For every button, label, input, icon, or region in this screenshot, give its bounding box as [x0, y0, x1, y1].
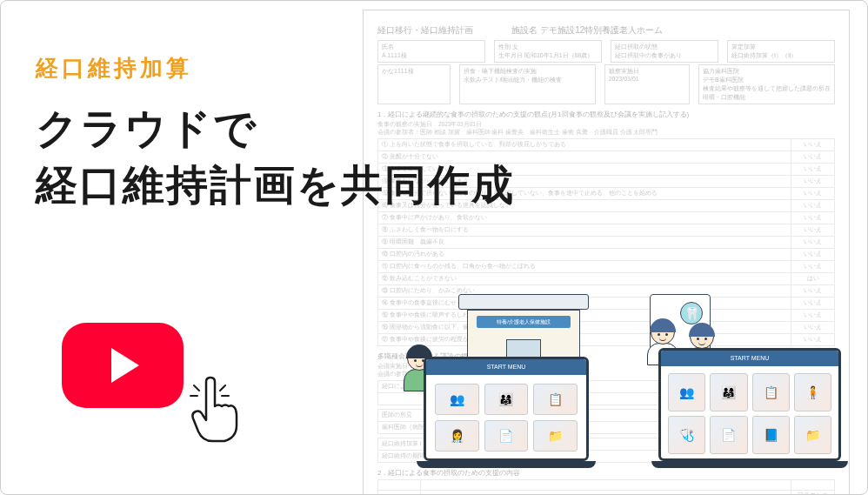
app-tile: 👨‍👩‍👧 — [484, 384, 529, 415]
app-tile: 👥 — [435, 384, 479, 415]
subtitle: 経口維持加算 — [36, 53, 832, 84]
app-tile: 👥 — [668, 373, 705, 411]
play-section — [62, 323, 184, 408]
banner-container: 経口移行・経口維持計画 施設名 デモ施設12特別養護老人ホーム 氏名A 1111… — [1, 1, 867, 494]
illustration-layer: 特養/介護老人保健施設 🦷 START MENU — [371, 294, 841, 468]
svg-line-2 — [220, 385, 225, 391]
app-tile: 📁 — [533, 420, 578, 452]
play-icon — [111, 348, 139, 383]
app-tile: 🩺 — [668, 416, 705, 454]
app-tile: 📄 — [484, 420, 529, 452]
youtube-play-button[interactable] — [62, 323, 184, 408]
pointer-hand-icon — [184, 375, 244, 445]
building-sign: 特養/介護老人保健施設 — [477, 316, 571, 328]
laptop-toolbar: START MENU — [426, 359, 586, 375]
title-line-1: クラウドで — [36, 101, 832, 157]
laptop-toolbar: START MENU — [661, 351, 838, 366]
doc-title: 経口移行・経口維持計画 — [377, 25, 473, 35]
app-tile: 📋 — [533, 384, 578, 415]
app-tile: 📋 — [752, 373, 790, 411]
app-tile: 👨‍👩‍👧 — [710, 373, 747, 411]
app-tile: 🧍 — [794, 373, 831, 411]
laptop-left: START MENU 👥 👨‍👩‍👧 📋 👩‍⚕️ 📄 📁 — [424, 357, 589, 468]
app-tile: 👩‍⚕️ — [435, 420, 479, 452]
app-tile: 📁 — [794, 416, 831, 454]
laptop-right: START MENU 👥 👨‍👩‍👧 📋 🧍 🩺 📄 📘 📁 — [658, 348, 841, 468]
app-tile: 📘 — [752, 416, 790, 454]
app-tile: 📄 — [710, 416, 747, 454]
title-line-2: 経口維持計画を共同作成 — [36, 157, 832, 214]
svg-line-0 — [194, 385, 199, 391]
